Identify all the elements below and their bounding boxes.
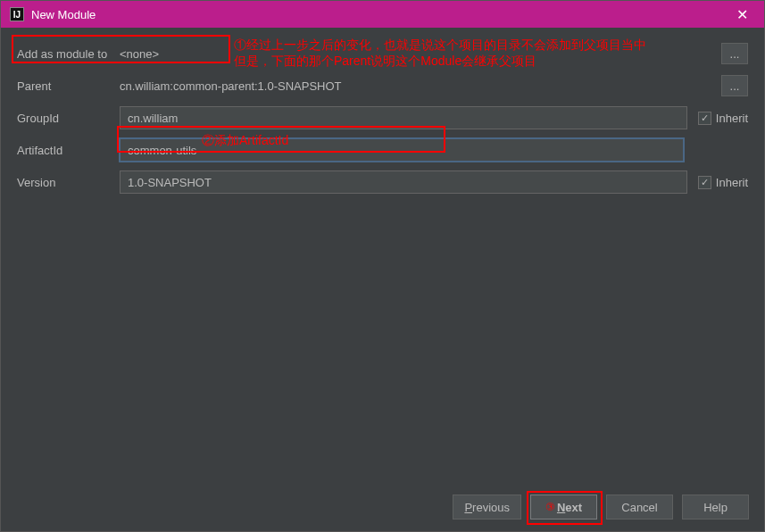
inherit-groupid-label: Inherit <box>716 112 748 125</box>
next-button[interactable]: ③ Next <box>530 495 597 520</box>
help-button[interactable]: Help <box>682 495 749 520</box>
label-version: Version <box>17 176 120 189</box>
titlebar: IJ New Module ✕ <box>1 1 764 28</box>
version-input[interactable] <box>120 170 687 194</box>
footer-buttons: Previous ③ Next Cancel Help <box>453 495 749 520</box>
window-title: New Module <box>31 8 728 21</box>
inherit-groupid-checkbox[interactable]: ✓ <box>698 112 711 125</box>
groupid-input[interactable] <box>120 106 687 129</box>
label-add-module: Add as module to <box>17 47 120 61</box>
previous-button[interactable]: Previous <box>453 495 521 520</box>
row-version: Version ✓ Inherit <box>17 170 748 194</box>
browse-add-module-button[interactable]: ... <box>721 43 748 64</box>
label-artifactid: ArtifactId <box>17 144 120 157</box>
label-groupid: GroupId <box>17 112 120 125</box>
cancel-button[interactable]: Cancel <box>606 495 673 520</box>
inherit-groupid[interactable]: ✓ Inherit <box>698 112 748 125</box>
label-parent: Parent <box>17 79 120 93</box>
inherit-version-checkbox[interactable]: ✓ <box>698 176 711 189</box>
value-add-module: <none> <box>120 47 711 61</box>
browse-parent-button[interactable]: ... <box>721 75 748 96</box>
row-add-module: Add as module to <none> ... <box>17 42 748 65</box>
row-groupid: GroupId ✓ Inherit <box>17 106 748 129</box>
close-icon[interactable]: ✕ <box>728 6 755 23</box>
artifactid-input[interactable] <box>120 138 684 162</box>
app-icon: IJ <box>10 7 24 21</box>
inherit-version[interactable]: ✓ Inherit <box>698 176 748 189</box>
row-artifactid: ArtifactId <box>17 138 748 162</box>
inherit-version-label: Inherit <box>716 176 748 189</box>
content-area: Add as module to <none> ... Parent cn.wi… <box>1 28 764 212</box>
annotation-marker-3: ③ <box>545 501 555 513</box>
value-parent: cn.william:common-parent:1.0-SNAPSHOT <box>120 79 711 93</box>
row-parent: Parent cn.william:common-parent:1.0-SNAP… <box>17 74 748 97</box>
